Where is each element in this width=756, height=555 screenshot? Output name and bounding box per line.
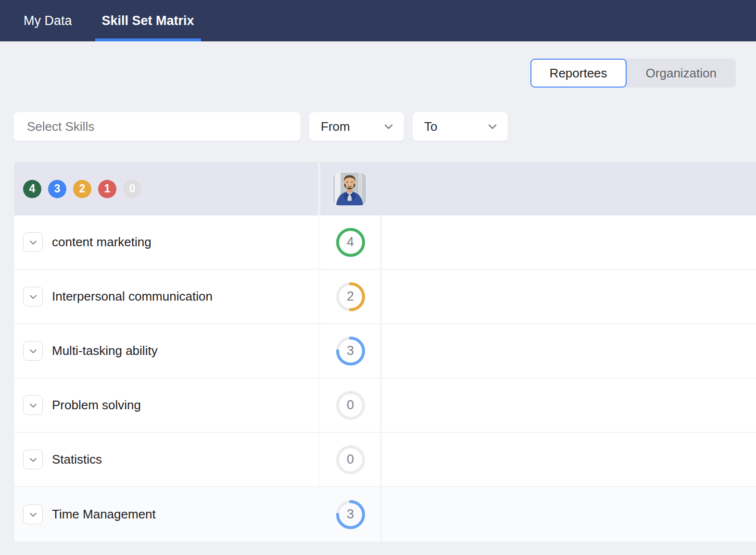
- legend-level-badge: 4: [23, 180, 41, 198]
- tab-my-data[interactable]: My Data: [17, 0, 79, 41]
- score-value: 3: [335, 499, 366, 530]
- empty-cell: [381, 433, 756, 486]
- chevron-down-icon: [28, 455, 38, 465]
- score-legend: 4 3 2 1 0: [14, 162, 318, 215]
- skill-cell: Time Management: [14, 487, 318, 542]
- skill-cell: content marketing: [14, 215, 318, 269]
- score-cell[interactable]: 2: [320, 270, 381, 323]
- legend-level-badge: 2: [73, 180, 91, 198]
- score-value: 2: [335, 281, 366, 313]
- chevron-down-icon: [28, 346, 38, 356]
- matrix-row: content marketing 4: [14, 215, 756, 270]
- empty-cell: [381, 270, 756, 323]
- filter-bar: From To: [13, 112, 756, 141]
- skill-cell: Interpersonal communication: [14, 270, 318, 323]
- top-navbar: My Data Skill Set Matrix: [0, 0, 756, 41]
- legend-level-badge: 1: [98, 180, 116, 198]
- to-dropdown-label: To: [424, 119, 437, 134]
- to-dropdown[interactable]: To: [413, 112, 508, 141]
- skill-name: Interpersonal communication: [52, 289, 213, 304]
- skill-name: Multi-tasking ability: [52, 343, 158, 358]
- employee-avatar[interactable]: [332, 172, 367, 206]
- empty-cell: [381, 324, 756, 378]
- score-value: 0: [335, 390, 366, 421]
- skill-name: Time Management: [52, 507, 156, 522]
- expand-row-button[interactable]: [23, 395, 43, 415]
- score-ring: 0: [335, 444, 366, 476]
- empty-cell: [381, 215, 756, 269]
- skill-cell: Problem solving: [14, 378, 318, 432]
- matrix-row: Problem solving 0: [14, 378, 756, 433]
- chevron-down-icon: [383, 121, 394, 132]
- score-ring: 3: [335, 499, 366, 530]
- tab-skill-set-matrix[interactable]: Skill Set Matrix: [95, 0, 201, 41]
- expand-row-button[interactable]: [23, 450, 43, 469]
- legend-level-value: 3: [54, 182, 61, 195]
- score-cell[interactable]: 3: [320, 324, 381, 378]
- score-cell[interactable]: 3: [320, 487, 381, 542]
- score-ring: 0: [335, 390, 366, 421]
- legend-level-value: 4: [29, 182, 36, 195]
- matrix-body: content marketing 4 Interpersonal commun…: [14, 215, 756, 542]
- employee-header-cell: [320, 162, 756, 215]
- select-skills-input[interactable]: [13, 112, 301, 141]
- reportees-toggle-button[interactable]: Reportees: [530, 59, 627, 88]
- chevron-down-icon: [28, 401, 38, 410]
- matrix-row: Multi-tasking ability 3: [14, 324, 756, 378]
- chevron-down-icon: [28, 292, 38, 302]
- score-ring: 3: [335, 335, 366, 367]
- legend-level-badge: 3: [48, 180, 66, 198]
- legend-level-value: 2: [79, 182, 86, 195]
- score-cell[interactable]: 0: [320, 378, 381, 432]
- matrix-header: 4 3 2 1 0: [14, 162, 756, 215]
- organization-toggle-button[interactable]: Organization: [627, 59, 736, 88]
- expand-row-button[interactable]: [23, 341, 43, 361]
- score-cell[interactable]: 0: [320, 433, 381, 486]
- score-value: 3: [335, 335, 366, 367]
- legend-level-badge: 0: [123, 180, 141, 198]
- expand-row-button[interactable]: [23, 232, 43, 252]
- score-cell[interactable]: 4: [320, 215, 381, 269]
- legend-level-value: 1: [104, 182, 111, 195]
- score-ring: 4: [335, 227, 366, 258]
- skill-matrix-table: 4 3 2 1 0: [14, 162, 756, 542]
- expand-row-button[interactable]: [23, 287, 43, 306]
- skill-name: content marketing: [52, 235, 151, 250]
- score-ring: 2: [335, 281, 366, 313]
- score-value: 4: [335, 227, 366, 258]
- employee-photo: [333, 173, 366, 205]
- matrix-row: Time Management 3: [14, 487, 756, 542]
- matrix-row: Statistics 0: [14, 433, 756, 487]
- score-value: 0: [335, 444, 366, 476]
- tab-skill-set-matrix-label: Skill Set Matrix: [102, 13, 194, 28]
- from-dropdown-label: From: [321, 119, 350, 134]
- skill-cell: Multi-tasking ability: [14, 324, 318, 378]
- skill-name: Statistics: [52, 452, 102, 467]
- skill-name: Problem solving: [52, 398, 141, 413]
- active-tab-indicator: [95, 38, 201, 41]
- chevron-down-icon: [28, 238, 38, 247]
- empty-cell: [381, 378, 756, 432]
- legend-level-value: 0: [129, 182, 136, 195]
- matrix-row: Interpersonal communication 2: [14, 270, 756, 324]
- view-toggle-group: Reportees Organization: [530, 59, 736, 88]
- empty-cell: [381, 487, 756, 542]
- expand-row-button[interactable]: [23, 505, 43, 524]
- view-toggle-row: Reportees Organization: [0, 41, 756, 88]
- skill-cell: Statistics: [14, 433, 318, 486]
- chevron-down-icon: [487, 121, 498, 132]
- chevron-down-icon: [28, 510, 38, 519]
- from-dropdown[interactable]: From: [309, 112, 404, 141]
- tab-my-data-label: My Data: [24, 13, 72, 28]
